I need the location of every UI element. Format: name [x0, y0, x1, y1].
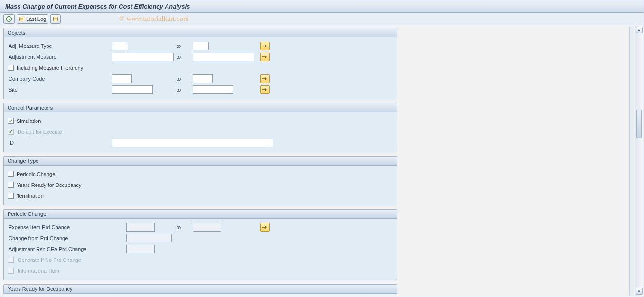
scroll-down-button[interactable]: ▼	[636, 288, 643, 295]
group-body-objects: Adj. Measure Type to Adjustment Measure …	[4, 37, 397, 99]
scroll-thumb[interactable]	[636, 110, 642, 138]
row-termination-chk: Termination	[8, 190, 393, 201]
group-body-periodic: Expense Item Prd.Change to Change from P…	[4, 219, 397, 280]
group-periodic-change: Periodic Change Expense Item Prd.Change …	[3, 209, 397, 280]
group-header-periodic: Periodic Change	[4, 210, 397, 219]
checkbox-periodic-change[interactable]	[8, 171, 14, 177]
to-label: to	[174, 54, 193, 60]
to-label: to	[174, 87, 193, 93]
log-icon	[19, 16, 25, 22]
input-company-code-high[interactable]	[193, 74, 213, 83]
label-adj-rsn: Adjustment Rsn CEA Prd.Change	[8, 246, 126, 252]
watermark-text: © www.tutorialkart.com	[119, 15, 189, 23]
label-generate-if-no: Generate If No Prd.Change	[17, 257, 81, 263]
label-including-hierarchy: Including Measure Hierarchy	[17, 65, 83, 71]
row-including-hierarchy: Including Measure Hierarchy	[8, 62, 393, 73]
row-adjustment-measure: Adjustment Measure to	[8, 51, 393, 62]
input-expense-item-low[interactable]	[126, 223, 155, 232]
group-header-control: Control Parameters	[4, 103, 397, 112]
label-change-from: Change from Prd.Change	[8, 235, 126, 241]
multiselect-adj-measure-type[interactable]	[260, 42, 270, 50]
input-adj-measure-type-low[interactable]	[112, 42, 128, 50]
label-periodic-change-chk: Periodic Change	[17, 171, 55, 177]
content-area: ▲ ▼ Objects Adj. Measure Type to	[1, 26, 643, 296]
group-body-control: Simulation Default for Execute ID	[4, 112, 397, 152]
scroll-up-button[interactable]: ▲	[636, 27, 643, 33]
multiselect-company-code[interactable]	[260, 74, 270, 83]
scroll-track[interactable]	[635, 34, 643, 288]
label-company-code: Company Code	[8, 76, 112, 82]
row-id: ID	[8, 137, 393, 148]
label-simulation: Simulation	[17, 118, 41, 124]
row-adj-rsn: Adjustment Rsn CEA Prd.Change	[8, 243, 393, 254]
row-adj-measure-type: Adj. Measure Type to	[8, 40, 393, 51]
label-expense-item: Expense Item Prd.Change	[8, 224, 126, 230]
group-header-years-ready: Years Ready for Occupancy	[4, 285, 397, 294]
group-objects: Objects Adj. Measure Type to Adjustment	[3, 28, 397, 99]
input-expense-item-high[interactable]	[193, 223, 221, 232]
application-toolbar: Last Log © www.tutorialkart.com	[0, 13, 644, 25]
row-simulation: Simulation	[8, 115, 393, 126]
multiselect-site[interactable]	[260, 85, 270, 94]
to-label: to	[174, 224, 193, 230]
vertical-scrollbar[interactable]: ▲ ▼	[635, 26, 643, 296]
input-change-from[interactable]	[126, 234, 172, 242]
variant-icon	[53, 16, 58, 22]
input-site-high[interactable]	[193, 85, 233, 94]
input-adjustment-measure-low[interactable]	[112, 53, 174, 61]
row-periodic-change-chk: Periodic Change	[8, 168, 393, 179]
group-header-change-type: Change Type	[4, 157, 397, 166]
row-years-ready-chk: Years Ready for Occupancy	[8, 179, 393, 190]
row-site: Site to	[8, 84, 393, 95]
label-site: Site	[8, 87, 112, 93]
checkbox-generate-if-no	[8, 257, 14, 263]
row-expense-item: Expense Item Prd.Change to	[8, 222, 393, 232]
clock-execute-icon	[6, 16, 12, 22]
row-default-execute: Default for Execute	[8, 126, 393, 137]
input-company-code-low[interactable]	[112, 74, 132, 83]
group-control-parameters: Control Parameters Simulation Default fo…	[3, 103, 397, 152]
input-adj-measure-type-high[interactable]	[193, 42, 209, 50]
to-label: to	[174, 76, 193, 82]
page-title: Mass Change of Current Expenses for Cost…	[5, 3, 190, 10]
execute-button[interactable]	[3, 14, 15, 24]
label-id: ID	[8, 140, 112, 146]
checkbox-including-hierarchy[interactable]	[8, 65, 14, 71]
input-adj-rsn[interactable]	[126, 245, 155, 253]
row-generate-if-no: Generate If No Prd.Change	[8, 254, 393, 265]
label-default-execute: Default for Execute	[17, 129, 62, 135]
group-header-objects: Objects	[4, 28, 397, 37]
checkbox-termination[interactable]	[8, 193, 14, 199]
label-termination-chk: Termination	[17, 193, 44, 199]
row-change-from: Change from Prd.Change	[8, 232, 393, 243]
multiselect-expense-item[interactable]	[260, 223, 270, 232]
multiselect-adjustment-measure[interactable]	[260, 53, 270, 61]
input-site-low[interactable]	[112, 85, 153, 94]
group-change-type: Change Type Periodic Change Years Ready …	[3, 156, 397, 205]
checkbox-simulation[interactable]	[8, 118, 14, 124]
row-informational-item: Informational Item	[8, 265, 393, 276]
label-adjustment-measure: Adjustment Measure	[8, 54, 112, 60]
last-log-button[interactable]: Last Log	[17, 14, 48, 24]
checkbox-years-ready[interactable]	[8, 182, 14, 188]
get-variant-button[interactable]	[50, 14, 61, 24]
row-company-code: Company Code to	[8, 73, 393, 84]
to-label: to	[174, 43, 193, 49]
input-id[interactable]	[112, 139, 273, 147]
checkbox-default-execute	[8, 129, 14, 135]
checkbox-informational-item	[8, 268, 14, 274]
form-scroll-region: Objects Adj. Measure Type to Adjustment	[1, 26, 634, 296]
group-years-ready: Years Ready for Occupancy	[3, 284, 397, 294]
label-years-ready-chk: Years Ready for Occupancy	[17, 182, 82, 188]
group-body-change-type: Periodic Change Years Ready for Occupanc…	[4, 166, 397, 205]
app-window: Mass Change of Current Expenses for Cost…	[0, 0, 644, 297]
last-log-label: Last Log	[26, 16, 46, 22]
label-informational-item: Informational Item	[17, 268, 59, 274]
title-bar: Mass Change of Current Expenses for Cost…	[0, 0, 644, 13]
input-adjustment-measure-high[interactable]	[193, 53, 254, 61]
label-adj-measure-type: Adj. Measure Type	[8, 43, 112, 49]
